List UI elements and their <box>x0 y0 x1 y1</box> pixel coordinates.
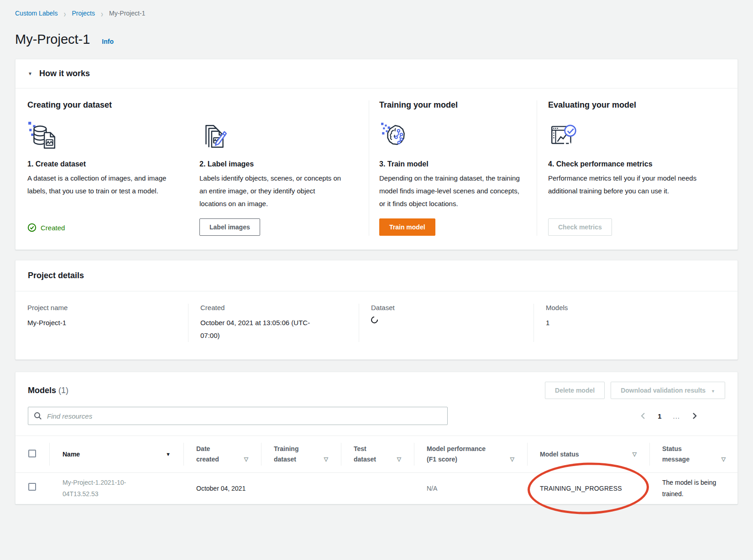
field-created: Created October 04, 2021 at 13:05:06 (UT… <box>188 304 359 342</box>
field-value: My-Project-1 <box>27 316 176 329</box>
step-title: 3. Train model <box>379 160 527 168</box>
sort-icon: ▽ <box>719 454 726 465</box>
column-header-test-dataset[interactable]: Test dataset ▽ <box>341 436 414 473</box>
date-created-value: October 04, 2021 <box>196 483 246 494</box>
train-model-button[interactable]: Train model <box>379 218 435 236</box>
step-train-model: 3. Train model Depending on the training… <box>379 121 527 236</box>
step-create-dataset: 1. Create dataset A dataset is a collect… <box>27 121 185 236</box>
sort-descending-icon: ▼ <box>163 449 171 460</box>
title-row: My-Project-1 Info <box>15 32 738 47</box>
section-title: Evaluating your model <box>548 100 727 110</box>
project-details-title: Project details <box>28 271 725 280</box>
search-icon <box>34 412 42 420</box>
project-details-header: Project details <box>16 260 737 291</box>
how-it-works-title: How it works <box>39 69 90 78</box>
column-header-training-dataset[interactable]: Training dataset ▽ <box>261 436 341 473</box>
step-description: Labels identify objects, scenes, or conc… <box>199 172 344 210</box>
field-models: Models 1 <box>533 304 737 342</box>
search-box <box>28 407 448 425</box>
models-card: Models (1) Delete model Download validat… <box>15 372 738 504</box>
sort-icon: ▽ <box>321 454 328 465</box>
step-check-metrics: 4. Check performance metrics Performance… <box>548 121 727 236</box>
dataset-created-status: Created <box>27 223 185 236</box>
step-title: 4. Check performance metrics <box>548 160 727 168</box>
collapse-triangle-icon: ▼ <box>28 71 32 76</box>
train-model-icon <box>379 121 527 153</box>
breadcrumb: Custom Labels › Projects › My-Project-1 <box>15 0 738 17</box>
section-title: Creating your dataset <box>27 100 357 110</box>
step-title: 1. Create dataset <box>27 160 185 168</box>
model-status-value: TRAINING_IN_PROGRESS <box>540 485 622 492</box>
breadcrumb-separator-icon: › <box>101 9 103 18</box>
model-name-link[interactable]: My-Project-1.2021-10-04T13.52.53 <box>63 477 159 500</box>
column-header-status-message[interactable]: Status message ▽ <box>649 436 738 473</box>
metrics-icon <box>548 121 727 153</box>
page-ellipsis[interactable]: ... <box>673 412 680 420</box>
step-description: A dataset is a collection of images, and… <box>27 172 172 197</box>
field-label: Created <box>200 304 347 311</box>
delete-model-button[interactable]: Delete model <box>545 382 605 399</box>
loading-spinner-icon <box>370 315 379 325</box>
section-evaluating-your-model: Evaluating your model <box>537 100 737 236</box>
dataset-icon <box>27 121 185 153</box>
models-count: (1) <box>58 386 68 395</box>
step-description: Depending on the training dataset, the t… <box>379 172 527 210</box>
project-details-card: Project details Project name My-Project-… <box>15 260 738 360</box>
how-it-works-collapse-header[interactable]: ▼ How it works <box>16 59 737 88</box>
test-dataset-value <box>341 473 414 504</box>
download-validation-results-button[interactable]: Download validation results▼ <box>611 382 725 399</box>
section-training-your-model: Training your model <box>369 100 537 236</box>
pagination: 1 ... <box>640 412 725 420</box>
select-all-checkbox[interactable] <box>28 450 36 457</box>
field-dataset: Dataset <box>359 304 533 342</box>
section-title: Training your model <box>379 100 527 110</box>
sort-icon: ▽ <box>630 449 637 460</box>
field-label: Dataset <box>371 304 522 311</box>
section-creating-your-dataset: Creating your dataset <box>16 100 369 236</box>
info-link[interactable]: Info <box>102 38 114 45</box>
previous-page-button[interactable] <box>640 412 646 420</box>
page-number[interactable]: 1 <box>658 412 661 420</box>
column-header-name[interactable]: Name ▼ <box>50 436 183 473</box>
field-project-name: Project name My-Project-1 <box>16 304 188 342</box>
breadcrumb-link-custom-labels[interactable]: Custom Labels <box>15 10 58 17</box>
field-value: October 04, 2021 at 13:05:06 (UTC-07:00) <box>200 316 312 342</box>
step-title: 2. Label images <box>199 160 357 168</box>
step-label-images: 2. Label images Labels identify objects,… <box>199 121 357 236</box>
dropdown-caret-icon: ▼ <box>711 389 715 394</box>
training-dataset-value <box>261 473 341 504</box>
step-description: Performance metrics tell you if your mod… <box>548 172 700 197</box>
label-images-icon <box>199 121 357 153</box>
custom-labels-project-page: Custom Labels › Projects › My-Project-1 … <box>0 0 753 504</box>
row-checkbox[interactable] <box>28 483 36 491</box>
table-header-row: Name ▼ Date created ▽ Training dataset ▽… <box>16 436 738 473</box>
model-table-row: My-Project-1.2021-10-04T13.52.53 October… <box>16 473 738 504</box>
field-value: 1 <box>546 316 726 329</box>
column-header-date-created[interactable]: Date created ▽ <box>183 436 261 473</box>
models-title: Models (1) <box>28 386 68 395</box>
field-label: Project name <box>27 304 176 311</box>
column-header-model-performance[interactable]: Model performance (F1 score) ▽ <box>414 436 527 473</box>
status-message-value: The model is being trained. <box>662 477 726 500</box>
sort-icon: ▽ <box>507 454 514 465</box>
breadcrumb-current: My-Project-1 <box>109 10 145 17</box>
sort-icon: ▽ <box>394 454 401 465</box>
check-metrics-button[interactable]: Check metrics <box>548 218 612 236</box>
models-table: Name ▼ Date created ▽ Training dataset ▽… <box>16 436 738 504</box>
field-label: Models <box>546 304 726 311</box>
label-images-button[interactable]: Label images <box>199 218 260 236</box>
breadcrumb-link-projects[interactable]: Projects <box>72 10 95 17</box>
breadcrumb-separator-icon: › <box>63 9 66 18</box>
next-page-button[interactable] <box>691 412 698 420</box>
sort-icon: ▽ <box>241 454 248 465</box>
page-title: My-Project-1 <box>15 32 90 47</box>
column-header-model-status[interactable]: Model status ▽ <box>527 436 649 473</box>
check-circle-icon <box>27 223 37 232</box>
search-input[interactable] <box>28 407 448 425</box>
how-it-works-card: ▼ How it works Creating your dataset <box>15 59 738 250</box>
model-performance-value: N/A <box>427 485 437 492</box>
how-it-works-body: Creating your dataset <box>16 88 737 249</box>
